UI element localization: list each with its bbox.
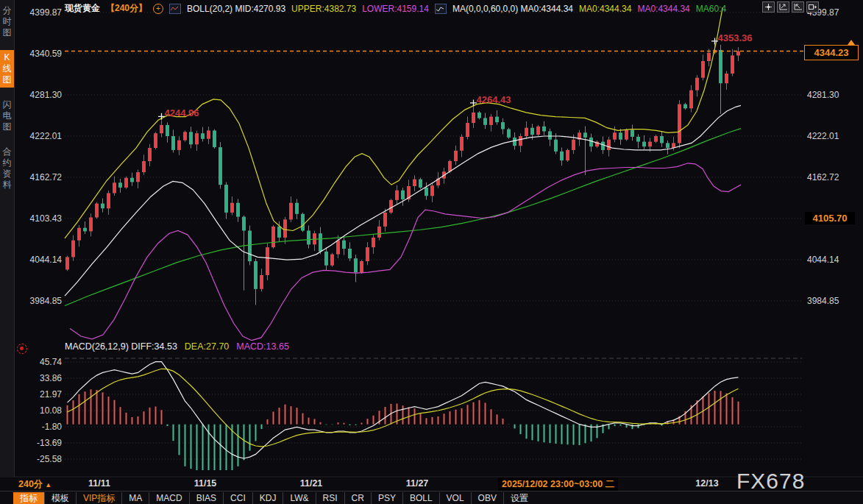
- sidebar: 分时图K线图闪电图合约资料: [0, 0, 15, 477]
- toolbar-button-VOL[interactable]: VOL: [439, 492, 471, 504]
- crosshair-icon[interactable]: [762, 1, 775, 13]
- price-annotation: 4264.43: [477, 94, 511, 105]
- legend-segment: MACD:13.65: [236, 341, 289, 352]
- price-annotation: 4244.96: [165, 107, 199, 118]
- axis-tick: 4222.01: [13, 130, 62, 142]
- chevron-up-icon: ▲: [45, 481, 52, 489]
- toolbar-button-MACD[interactable]: MACD: [149, 492, 188, 504]
- interval-badge: 【240分】: [106, 2, 147, 15]
- toolbar-button-PSY[interactable]: PSY: [371, 492, 402, 504]
- axis-tick: 4222.01: [807, 130, 860, 142]
- axis-tick: 4281.30: [807, 89, 860, 101]
- toolbar-button-RSI[interactable]: RSI: [316, 492, 344, 504]
- toolbar-button-VIP指标[interactable]: VIP指标: [76, 492, 121, 504]
- axis-tick: 4162.72: [807, 171, 860, 183]
- legend-segment: LOWER:4159.14: [362, 4, 429, 14]
- macd-settings-icon[interactable]: [17, 344, 27, 354]
- sidebar-item-闪电图[interactable]: 闪电图: [0, 97, 14, 135]
- boll-indicator-icon[interactable]: [169, 4, 181, 14]
- sidebar-item-分时图[interactable]: 分时图: [0, 3, 14, 40]
- period-selector[interactable]: 240分▲: [18, 478, 52, 491]
- zoom-in-chart-icon[interactable]: [777, 1, 789, 13]
- axis-tick: 4162.72: [13, 171, 62, 183]
- hover-time-tooltip: 2025/12/02 23:00~03:00 二: [498, 478, 618, 491]
- trading-app-window: 分时图K线图闪电图合约资料 现货黄金 【240分】 + BOLL(20,2) M…: [0, 0, 863, 504]
- ma-indicator-icon[interactable]: [435, 4, 447, 14]
- axis-tick: 4044.14: [807, 254, 860, 266]
- toolbar-button-CCI[interactable]: CCI: [223, 492, 252, 504]
- toolbar-button-设置[interactable]: 设置: [503, 492, 535, 504]
- legend-segment: MACD(26,12,9) DIFF:34.53: [65, 341, 177, 352]
- toolbar-button-BIAS[interactable]: BIAS: [189, 492, 223, 504]
- toolbar-button-MA[interactable]: MA: [121, 492, 149, 504]
- current-price-tag: 4344.23: [804, 45, 859, 60]
- macd-legend: MACD(26,12,9) DIFF:34.53DEA:27.70MACD:13…: [65, 341, 289, 352]
- x-axis-date: 11/15: [180, 478, 231, 489]
- toolbar-button-模板[interactable]: 模板: [44, 492, 76, 504]
- legend-segment: BOLL(20,2) MID:4270.93: [187, 4, 285, 14]
- boll-legend: BOLL(20,2) MID:4270.93UPPER:4382.73LOWER…: [187, 4, 429, 14]
- axis-tick: 4044.14: [13, 254, 62, 266]
- legend-segment: MA0:4344.34: [637, 4, 689, 14]
- axis-tick: -1.80: [13, 421, 62, 433]
- export-chart-icon[interactable]: [806, 1, 819, 13]
- toolbar-button-BOLL[interactable]: BOLL: [402, 492, 439, 504]
- axis-tick: 33.86: [13, 372, 62, 384]
- x-axis-date: 11/27: [391, 478, 443, 489]
- sidebar-item-合约资料[interactable]: 合约资料: [0, 144, 14, 193]
- legend-segment: UPPER:4382.73: [291, 4, 356, 14]
- x-axis-date: 12/13: [681, 478, 733, 489]
- legend-segment: MA60:4: [696, 4, 726, 14]
- axis-tick: 4281.30: [13, 89, 62, 101]
- legend-segment: MA(0,0,0,60,0,0) MA0:4344.34: [452, 4, 573, 14]
- axis-tick: 4103.43: [13, 213, 62, 224]
- axis-tick: 21.97: [13, 388, 62, 400]
- axis-tick: 45.74: [13, 356, 62, 368]
- ma-legend: MA(0,0,0,60,0,0) MA0:4344.34MA0:4344.34M…: [452, 4, 726, 14]
- toolbar-button-OBV[interactable]: OBV: [471, 492, 503, 504]
- toolbar-button-CR[interactable]: CR: [344, 492, 371, 504]
- x-axis-date: 11/11: [74, 478, 125, 489]
- legend-segment: DEA:27.70: [185, 341, 229, 352]
- axis-tick: -25.58: [13, 453, 62, 465]
- symbol-name: 现货黄金: [65, 2, 100, 15]
- axis-tick: -13.69: [13, 437, 62, 449]
- x-axis-date: 11/21: [285, 478, 337, 489]
- toolbar-button-KDJ[interactable]: KDJ: [252, 492, 283, 504]
- chart-legend: 现货黄金 【240分】 + BOLL(20,2) MID:4270.93UPPE…: [65, 2, 726, 15]
- axis-tick: 4399.87: [13, 7, 62, 18]
- sidebar-item-K线图[interactable]: K线图: [0, 50, 14, 88]
- toolbar-button-指标[interactable]: 指标: [13, 492, 44, 504]
- axis-tick: 4340.59: [13, 48, 62, 60]
- price-pin-icon[interactable]: [848, 40, 855, 45]
- toolbar-button-LW&[interactable]: LW&: [283, 492, 315, 504]
- chart-canvas[interactable]: [0, 0, 863, 504]
- watermark: FX678: [736, 469, 805, 494]
- circle-plus-icon[interactable]: +: [153, 4, 163, 14]
- axis-tick: 3984.85: [807, 295, 860, 307]
- legend-segment: MA0:4344.34: [579, 4, 631, 14]
- price-annotation: 4353.36: [718, 32, 753, 43]
- bottom-toolbar: 指标模板VIP指标MAMACDBIASCCIKDJLW&RSICRPSYBOLL…: [0, 491, 863, 504]
- chart-tool-buttons: [762, 1, 819, 13]
- secondary-price-tag: 4105.70: [805, 212, 855, 224]
- zoom-out-chart-icon[interactable]: [792, 1, 804, 13]
- axis-tick: 10.08: [13, 405, 62, 416]
- axis-tick: 3984.85: [13, 295, 62, 307]
